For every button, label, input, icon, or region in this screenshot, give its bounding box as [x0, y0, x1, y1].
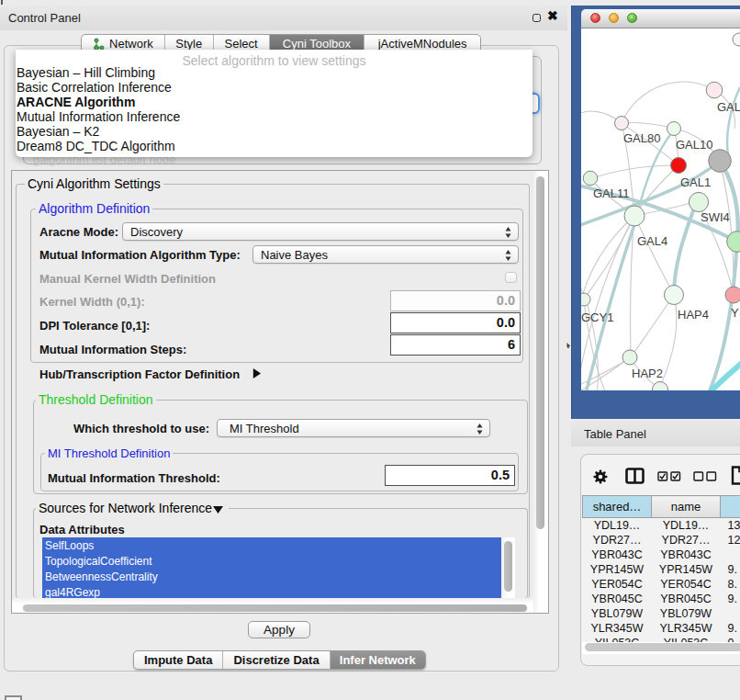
svg-text:GAL4: GAL4 [637, 234, 667, 248]
svg-text:GAL2: GAL2 [717, 100, 740, 114]
svg-text:Y: Y [731, 306, 739, 320]
svg-text:HAP4: HAP4 [678, 308, 709, 322]
svg-text:GAL1: GAL1 [680, 175, 711, 189]
svg-text:GAL80: GAL80 [623, 131, 660, 145]
svg-text:GAL10: GAL10 [676, 138, 712, 152]
svg-text:SWI4: SWI4 [701, 210, 730, 224]
svg-text:GAL11: GAL11 [593, 186, 630, 200]
svg-text:GCY1: GCY1 [581, 310, 613, 324]
svg-text:HAP2: HAP2 [632, 367, 663, 380]
